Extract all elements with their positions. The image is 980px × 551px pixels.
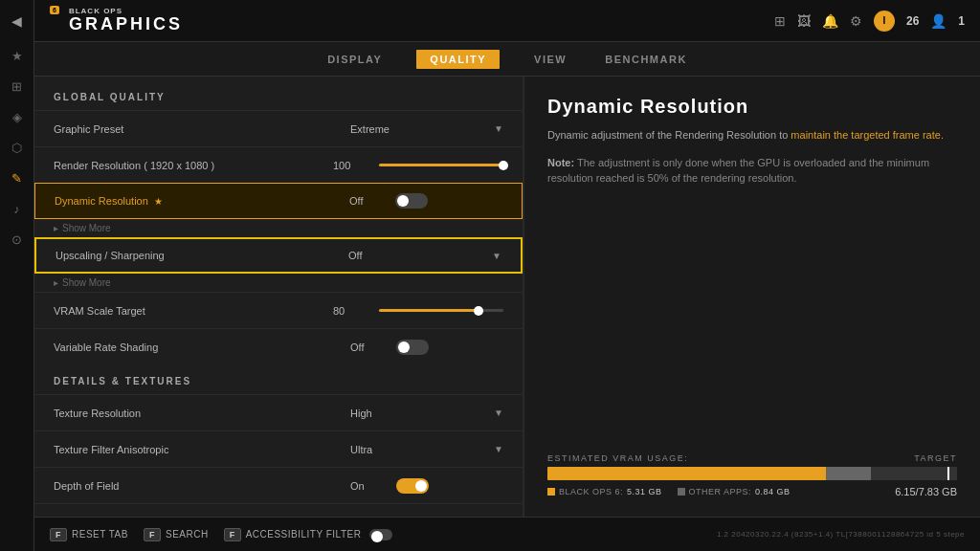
right-panel: Dynamic Resolution Dynamic adjustment of…: [524, 77, 980, 517]
render-resolution-value[interactable]: 100: [333, 160, 503, 171]
vram-label-row: ESTIMATED VRAM USAGE: TARGET: [547, 453, 957, 463]
tab-benchmark[interactable]: BENCHMARK: [601, 46, 691, 73]
sidebar-item-operators[interactable]: ◈: [4, 103, 31, 130]
texture-filter-value[interactable]: Ultra ▼: [350, 444, 503, 455]
vram-legend-other: OTHER APPS: 0.84 GB: [678, 487, 791, 496]
depth-of-field-row[interactable]: Depth of Field On: [34, 467, 523, 503]
vram-target-label: TARGET: [914, 453, 957, 463]
header-logo: BLACK OPS GRAPHICS: [69, 8, 183, 34]
vram-section: ESTIMATED VRAM USAGE: TARGET BLACK OPS 6…: [547, 438, 957, 497]
image-icon[interactable]: 🖼: [797, 13, 811, 29]
vram-bar-target-line: [947, 467, 949, 480]
sidebar-item-audio[interactable]: ♪: [4, 195, 31, 222]
vram-black-ops-label: BLACK OPS 6:: [559, 487, 623, 496]
sidebar-item-store[interactable]: ⊞: [4, 73, 31, 99]
variable-rate-value[interactable]: Off: [350, 340, 503, 355]
vram-usage-label: ESTIMATED VRAM USAGE:: [547, 453, 688, 463]
tab-navigation: DISPLAY QUALITY VIEW BENCHMARK: [34, 42, 980, 77]
vram-scale-value[interactable]: 80: [333, 305, 503, 317]
vram-scale-text: 80: [333, 305, 371, 317]
sidebar-item-accessibility[interactable]: ⊙: [4, 226, 31, 253]
texture-resolution-value[interactable]: High ▼: [350, 408, 503, 419]
vram-scale-row[interactable]: VRAM Scale Target 80: [34, 292, 523, 328]
global-quality-title: GLOBAL QUALITY: [34, 92, 523, 110]
render-resolution-text: 100: [333, 160, 371, 171]
show-more-1[interactable]: ▸ Show More: [34, 219, 523, 237]
vram-legend-black-ops: BLACK OPS 6: 5.31 GB: [547, 487, 662, 496]
game-title: GRAPHICS: [69, 15, 183, 34]
show-more-arrow-2: ▸: [54, 277, 58, 288]
detail-desc-link: maintain the targeted frame rate.: [791, 129, 944, 141]
level-count: 26: [906, 14, 919, 28]
variable-rate-label: Variable Rate Shading: [54, 342, 350, 353]
upscaling-label: Upscaling / Sharpening: [56, 250, 348, 261]
detail-title: Dynamic Resolution: [547, 96, 957, 118]
dynamic-resolution-toggle[interactable]: [395, 193, 428, 209]
dynamic-resolution-value[interactable]: Off: [349, 193, 502, 209]
texture-resolution-text: High: [350, 408, 389, 419]
header-right: ⊞ 🖼 🔔 ⚙ I 26 👤 1: [774, 11, 965, 32]
render-resolution-row[interactable]: Render Resolution ( 1920 x 1080 ) 100: [34, 146, 523, 183]
detail-quality-row[interactable]: Detail Quality High ▼: [34, 503, 523, 517]
texture-resolution-label: Texture Resolution: [54, 408, 350, 419]
search-button[interactable]: F SEARCH: [144, 528, 209, 541]
vram-black-ops-value: 5.31 GB: [627, 487, 662, 496]
access-label: ACCESSIBILITY FILTER: [246, 529, 362, 540]
show-more-arrow-1: ▸: [54, 223, 58, 233]
bell-icon[interactable]: 🔔: [822, 13, 838, 29]
reset-key: F: [50, 528, 67, 541]
sidebar-item-game[interactable]: ⬡: [4, 134, 31, 161]
graphic-preset-text: Extreme: [350, 123, 390, 135]
graphic-preset-label: Graphic Preset: [54, 123, 350, 135]
vram-scale-thumb[interactable]: [474, 306, 483, 316]
friends-icon[interactable]: 👤: [930, 13, 947, 29]
texture-resolution-row[interactable]: Texture Resolution High ▼: [34, 394, 523, 430]
tab-view[interactable]: VIEW: [530, 46, 570, 73]
details-textures-title: DETAILS & TEXTURES: [34, 376, 523, 394]
detail-desc-part1: Dynamic adjustment of the Rendering Reso…: [547, 129, 791, 141]
upscaling-row[interactable]: Upscaling / Sharpening Off ▼: [34, 237, 523, 274]
gear-icon[interactable]: ⚙: [850, 13, 862, 29]
variable-rate-text: Off: [350, 342, 389, 353]
dynamic-resolution-label: Dynamic Resolution ★: [55, 195, 349, 207]
reset-tab-button[interactable]: F RESET TAB: [50, 528, 128, 541]
back-button[interactable]: ◀: [4, 8, 31, 34]
show-more-label-1: Show More: [62, 223, 111, 233]
depth-of-field-label: Depth of Field: [54, 480, 350, 492]
vram-dot-black-ops: [547, 488, 555, 496]
accessibility-button[interactable]: F ACCESSIBILITY FILTER: [224, 528, 393, 541]
accessibility-toggle[interactable]: [369, 529, 392, 540]
bottom-bar: F RESET TAB F SEARCH F ACCESSIBILITY FIL…: [34, 517, 980, 551]
detail-note: Note: The adjustment is only done when t…: [547, 155, 957, 187]
depth-of-field-toggle[interactable]: [396, 478, 429, 494]
dynamic-resolution-row[interactable]: Dynamic Resolution ★ Off: [34, 183, 523, 219]
upscaling-value[interactable]: Off ▼: [348, 250, 501, 261]
vram-scale-label: VRAM Scale Target: [54, 305, 333, 317]
graphic-preset-row[interactable]: Graphic Preset Extreme ▼: [34, 110, 523, 146]
vram-scale-slider[interactable]: [379, 309, 503, 312]
texture-filter-row[interactable]: Texture Filter Anisotropic Ultra ▼: [34, 430, 523, 467]
sidebar: ◀ ★ ⊞ ◈ ⬡ ✎ ♪ ⊙: [0, 0, 34, 551]
sidebar-item-favorites[interactable]: ★: [4, 42, 31, 69]
version-text: 1.2 20420320.22.4 (8235+1.4) TL[73880011…: [717, 530, 965, 539]
star-icon: ★: [154, 196, 163, 207]
show-more-2[interactable]: ▸ Show More: [34, 274, 523, 292]
grid-icon[interactable]: ⊞: [774, 13, 786, 29]
variable-rate-toggle[interactable]: [396, 340, 429, 355]
depth-of-field-value[interactable]: On: [350, 478, 503, 494]
sidebar-item-graphics[interactable]: ✎: [4, 165, 31, 191]
render-resolution-thumb[interactable]: [499, 161, 508, 170]
detail-description: Dynamic adjustment of the Rendering Reso…: [547, 127, 957, 143]
vram-bar-other-apps: [826, 467, 871, 480]
left-panel: GLOBAL QUALITY Graphic Preset Extreme ▼ …: [34, 77, 523, 517]
main-content: GLOBAL QUALITY Graphic Preset Extreme ▼ …: [34, 77, 980, 517]
tab-quality[interactable]: QUALITY: [416, 50, 500, 69]
render-resolution-slider[interactable]: [379, 164, 503, 166]
texture-filter-label: Texture Filter Anisotropic: [54, 444, 350, 455]
show-more-label-2: Show More: [62, 277, 111, 288]
tab-display[interactable]: DISPLAY: [323, 46, 386, 73]
render-resolution-label: Render Resolution ( 1920 x 1080 ): [54, 160, 333, 171]
graphic-preset-value[interactable]: Extreme ▼: [350, 123, 503, 135]
variable-rate-row[interactable]: Variable Rate Shading Off: [34, 328, 523, 364]
avatar[interactable]: I: [874, 11, 895, 32]
